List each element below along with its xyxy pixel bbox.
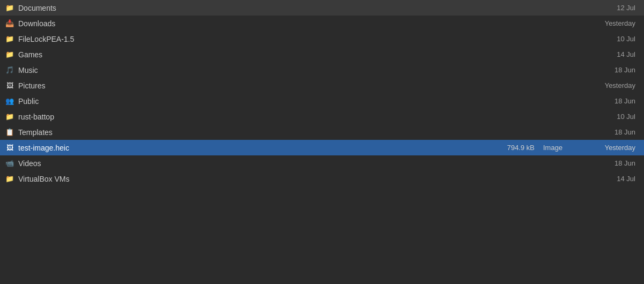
item-name: Documents <box>18 4 489 12</box>
item-type: Image <box>543 144 586 152</box>
item-date: 18 Jun <box>586 97 640 105</box>
videos-icon: 📹 <box>4 159 15 167</box>
music-icon: 🎵 <box>4 66 15 74</box>
file-list: 📁Documents12 Jul📥DownloadsYesterday📁File… <box>0 0 644 186</box>
item-date: 12 Jul <box>586 4 640 12</box>
item-name: VirtualBox VMs <box>18 175 489 183</box>
list-item[interactable]: 🎵Music18 Jun <box>0 62 644 78</box>
folder-down-icon: 📥 <box>4 19 15 27</box>
item-name: Games <box>18 50 489 59</box>
item-name: Videos <box>18 159 489 168</box>
item-date: 14 Jul <box>586 50 640 58</box>
item-date: 10 Jul <box>586 113 640 121</box>
folder-icon: 📁 <box>4 50 15 58</box>
item-name: FileLockPEA-1.5 <box>18 35 489 43</box>
folder-icon: 📁 <box>4 35 15 43</box>
item-date: 10 Jul <box>586 35 640 43</box>
folder-icon: 📁 <box>4 113 15 121</box>
folder-icon: 📁 <box>4 175 15 183</box>
list-item[interactable]: 🖼PicturesYesterday <box>0 78 644 93</box>
item-size: 794.9 kB <box>489 144 543 152</box>
item-date: 18 Jun <box>586 159 640 167</box>
item-name: Public <box>18 97 489 106</box>
list-item[interactable]: 📋Templates18 Jun <box>0 124 644 140</box>
list-item[interactable]: 📹Videos18 Jun <box>0 155 644 171</box>
list-item[interactable]: 📁VirtualBox VMs14 Jul <box>0 171 644 186</box>
list-item[interactable]: 📥DownloadsYesterday <box>0 16 644 31</box>
item-date: Yesterday <box>586 81 640 89</box>
item-name: test-image.heic <box>18 144 489 152</box>
public-icon: 👥 <box>4 97 15 105</box>
list-item[interactable]: 📁Games14 Jul <box>0 47 644 62</box>
pictures-icon: 🖼 <box>4 81 15 89</box>
item-date: Yesterday <box>586 19 640 27</box>
list-item[interactable]: 👥Public18 Jun <box>0 93 644 109</box>
item-name: Music <box>18 66 489 74</box>
item-date: 14 Jul <box>586 175 640 183</box>
list-item[interactable]: 📁rust-battop10 Jul <box>0 109 644 124</box>
item-name: Downloads <box>18 19 489 28</box>
list-item[interactable]: 📁Documents12 Jul <box>0 0 644 16</box>
item-name: Templates <box>18 128 489 137</box>
templates-icon: 📋 <box>4 128 15 136</box>
image-file-icon: 🖼 <box>4 144 15 152</box>
item-name: Pictures <box>18 81 489 90</box>
list-item[interactable]: 📁FileLockPEA-1.510 Jul <box>0 31 644 47</box>
folder-icon: 📁 <box>4 4 15 12</box>
list-item[interactable]: 🖼test-image.heic794.9 kBImageYesterday <box>0 140 644 155</box>
item-name: rust-battop <box>18 113 489 121</box>
item-date: Yesterday <box>586 144 640 152</box>
item-date: 18 Jun <box>586 66 640 74</box>
item-date: 18 Jun <box>586 128 640 136</box>
